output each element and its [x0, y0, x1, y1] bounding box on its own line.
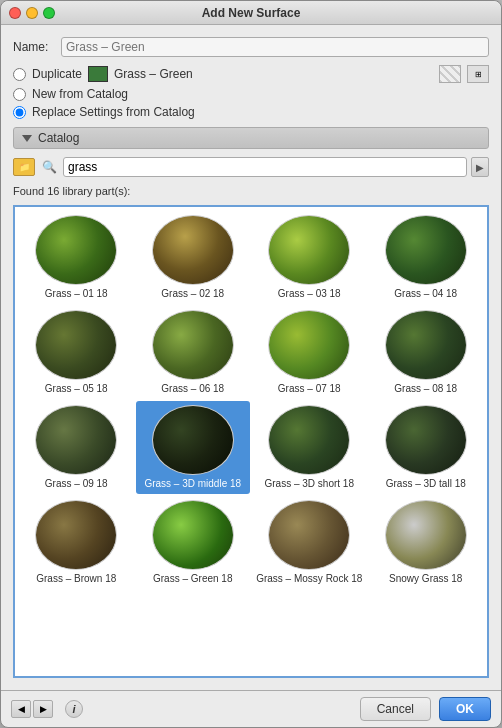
grid-item-label: Grass – 03 18: [278, 288, 341, 300]
grid-item[interactable]: Grass – 04 18: [369, 211, 484, 304]
replace-settings-label[interactable]: Replace Settings from Catalog: [32, 105, 195, 119]
collapse-icon: [22, 135, 32, 142]
grid-item[interactable]: Grass – 09 18: [19, 401, 134, 494]
grid-item[interactable]: Grass – 01 18: [19, 211, 134, 304]
window-title: Add New Surface: [202, 6, 301, 20]
texture-pattern-icon: [439, 65, 461, 83]
catalog-section-header[interactable]: Catalog: [13, 127, 489, 149]
grid-item-label: Grass – 01 18: [45, 288, 108, 300]
search-input[interactable]: [63, 157, 467, 177]
grid-item[interactable]: Grass – 07 18: [252, 306, 367, 399]
grid-item[interactable]: Grass – 3D middle 18: [136, 401, 251, 494]
catalog-grid: Grass – 01 18Grass – 02 18Grass – 03 18G…: [19, 211, 483, 589]
maximize-button[interactable]: [43, 7, 55, 19]
grid-item[interactable]: Grass – 02 18: [136, 211, 251, 304]
duplicate-row: Duplicate Grass – Green ⊞: [13, 65, 489, 83]
grid-item-label: Grass – 09 18: [45, 478, 108, 490]
grid-item[interactable]: Grass – Mossy Rock 18: [252, 496, 367, 589]
bottom-bar: ◀ ▶ i Cancel OK: [1, 690, 501, 727]
duplicate-radio[interactable]: [13, 68, 26, 81]
duplicate-surface-name: Grass – Green: [114, 67, 433, 81]
grid-item-label: Grass – Mossy Rock 18: [256, 573, 362, 585]
grid-item[interactable]: Grass – 3D short 18: [252, 401, 367, 494]
grid-item[interactable]: Grass – 03 18: [252, 211, 367, 304]
grid-item-label: Grass – 06 18: [161, 383, 224, 395]
replace-settings-radio[interactable]: [13, 106, 26, 119]
name-row: Name:: [13, 37, 489, 57]
grid-item[interactable]: Grass – 06 18: [136, 306, 251, 399]
grid-item-label: Snowy Grass 18: [389, 573, 462, 585]
title-bar: Add New Surface: [1, 1, 501, 25]
grid-item-label: Grass – 02 18: [161, 288, 224, 300]
new-from-catalog-row: New from Catalog: [13, 87, 489, 101]
grid-item-label: Grass – 05 18: [45, 383, 108, 395]
replace-settings-row: Replace Settings from Catalog: [13, 105, 489, 119]
options-section: Duplicate Grass – Green ⊞ New from Catal…: [13, 65, 489, 119]
action-buttons: Cancel OK: [360, 697, 491, 721]
search-icon: 🔍: [39, 158, 59, 176]
name-input[interactable]: [61, 37, 489, 57]
dialog-content: Name: Duplicate Grass – Green ⊞ New from…: [1, 25, 501, 690]
new-from-catalog-radio[interactable]: [13, 88, 26, 101]
grid-item-label: Grass – 04 18: [394, 288, 457, 300]
add-new-surface-dialog: Add New Surface Name: Duplicate Grass – …: [0, 0, 502, 728]
color-swatch: [88, 66, 108, 82]
forward-button[interactable]: ▶: [33, 700, 53, 718]
back-button[interactable]: ◀: [11, 700, 31, 718]
grid-item-label: Grass – 08 18: [394, 383, 457, 395]
grid-item-label: Grass – Green 18: [153, 573, 232, 585]
texture-alt-icon: ⊞: [467, 65, 489, 83]
grid-item-label: Grass – 07 18: [278, 383, 341, 395]
info-button[interactable]: i: [65, 700, 83, 718]
nav-controls: ◀ ▶ i: [11, 700, 83, 718]
found-count-label: Found 16 library part(s):: [13, 185, 489, 197]
grid-item-label: Grass – 3D middle 18: [144, 478, 241, 490]
grid-item[interactable]: Grass – 05 18: [19, 306, 134, 399]
grid-item[interactable]: Grass – 08 18: [369, 306, 484, 399]
folder-icon[interactable]: 📁: [13, 158, 35, 176]
catalog-grid-area[interactable]: Grass – 01 18Grass – 02 18Grass – 03 18G…: [13, 205, 489, 678]
ok-button[interactable]: OK: [439, 697, 491, 721]
window-controls: [9, 7, 55, 19]
minimize-button[interactable]: [26, 7, 38, 19]
catalog-label: Catalog: [38, 131, 79, 145]
grid-item-label: Grass – Brown 18: [36, 573, 116, 585]
duplicate-label[interactable]: Duplicate: [32, 67, 82, 81]
grid-item[interactable]: Snowy Grass 18: [369, 496, 484, 589]
name-label: Name:: [13, 40, 53, 54]
close-button[interactable]: [9, 7, 21, 19]
search-arrow-button[interactable]: ▶: [471, 157, 489, 177]
grid-item-label: Grass – 3D tall 18: [386, 478, 466, 490]
cancel-button[interactable]: Cancel: [360, 697, 431, 721]
grid-item[interactable]: Grass – 3D tall 18: [369, 401, 484, 494]
grid-item-label: Grass – 3D short 18: [265, 478, 354, 490]
grid-item[interactable]: Grass – Green 18: [136, 496, 251, 589]
search-row: 📁 🔍 ▶: [13, 157, 489, 177]
grid-item[interactable]: Grass – Brown 18: [19, 496, 134, 589]
new-from-catalog-label[interactable]: New from Catalog: [32, 87, 128, 101]
